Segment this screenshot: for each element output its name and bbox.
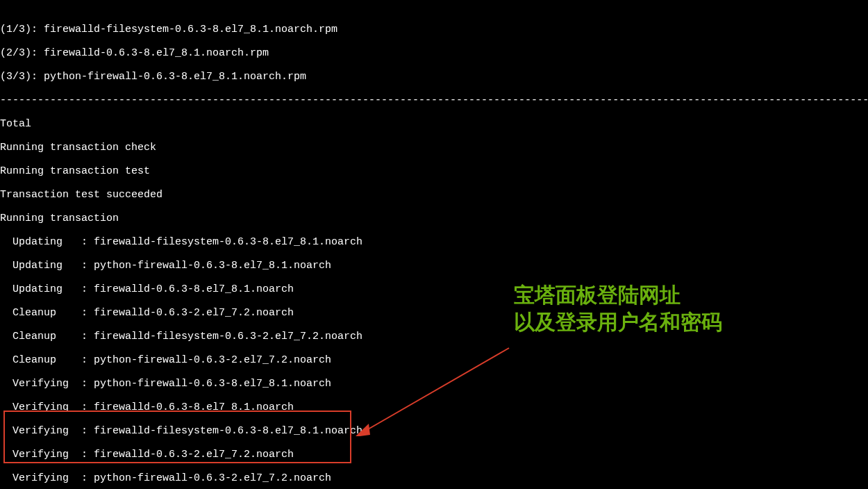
ver-5: Verifying : python-firewall-0.6.3-2.el7_… — [0, 472, 868, 484]
divider-dash-1: ----------------------------------------… — [0, 94, 868, 106]
total-line: Total — [0, 118, 868, 130]
cln-1: Cleanup : firewalld-0.6.3-2.el7_7.2.noar… — [0, 307, 868, 319]
ver-4: Verifying : firewalld-0.6.3-2.el7_7.2.no… — [0, 449, 868, 461]
cln-3: Cleanup : python-firewall-0.6.3-2.el7_7.… — [0, 354, 868, 366]
txn-check: Running transaction check — [0, 142, 868, 154]
annotation-line-1: 宝塔面板登陆网址 — [514, 283, 681, 306]
pkg-line-3: (3/3): python-firewall-0.6.3-8.el7_8.1.n… — [0, 71, 868, 83]
pkg-line-2: (2/3): firewalld-0.6.3-8.el7_8.1.noarch.… — [0, 47, 868, 59]
txn-run: Running transaction — [0, 213, 868, 224]
txn-test: Running transaction test — [0, 165, 868, 177]
cln-2: Cleanup : firewalld-filesystem-0.6.3-2.e… — [0, 331, 868, 342]
ver-3: Verifying : firewalld-filesystem-0.6.3-8… — [0, 425, 868, 437]
terminal[interactable]: (1/3): firewalld-filesystem-0.6.3-8.el7_… — [0, 0, 868, 489]
upd-1: Updating : firewalld-filesystem-0.6.3-8.… — [0, 236, 868, 248]
ver-1: Verifying : python-firewall-0.6.3-8.el7_… — [0, 378, 868, 390]
ver-2: Verifying : firewalld-0.6.3-8.el7_8.1.no… — [0, 401, 868, 413]
pkg-line-1: (1/3): firewalld-filesystem-0.6.3-8.el7_… — [0, 24, 868, 35]
annotation-line-2: 以及登录用户名和密码 — [514, 310, 722, 333]
txn-test-ok: Transaction test succeeded — [0, 189, 868, 201]
upd-2: Updating : python-firewall-0.6.3-8.el7_8… — [0, 260, 868, 272]
upd-3: Updating : firewalld-0.6.3-8.el7_8.1.noa… — [0, 283, 868, 295]
annotation-text: 宝塔面板登陆网址以及登录用户名和密码 — [514, 281, 722, 335]
